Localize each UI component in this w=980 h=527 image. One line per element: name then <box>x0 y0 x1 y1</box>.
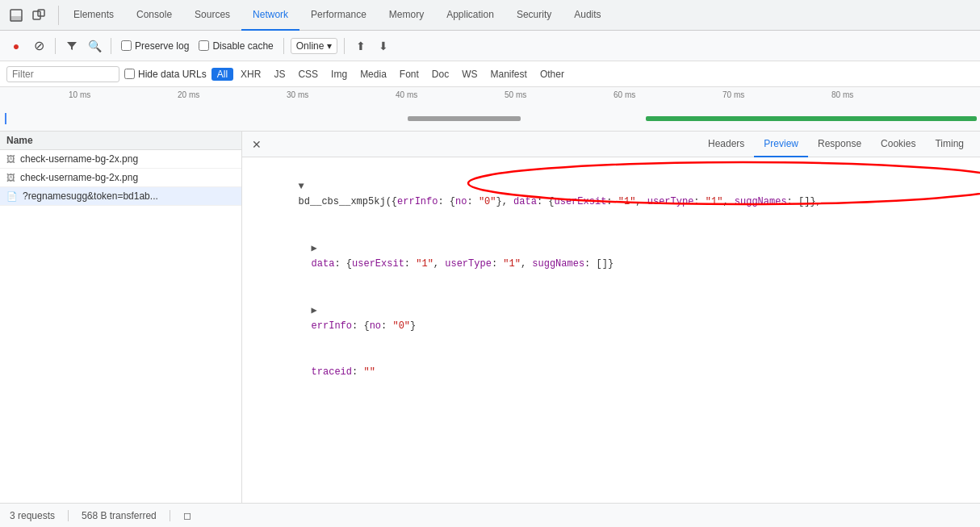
tab-console[interactable]: Console <box>125 0 183 31</box>
export-har-icon[interactable]: ⬇ <box>374 36 393 56</box>
svg-rect-2 <box>33 11 40 19</box>
request-row-3[interactable]: 📄 ?regnamesugg&token=bd1ab... <box>0 187 241 206</box>
left-pane: Name 🖼 check-username-bg-2x.png 🖼 check-… <box>0 132 242 503</box>
timeline-header: 10 ms 20 ms 30 ms 40 ms 50 ms 60 ms 70 m… <box>0 87 980 132</box>
right-pane: ✕ Headers Preview Response Cookies Timin… <box>242 132 980 503</box>
tick-10ms: 10 ms <box>69 90 90 99</box>
detail-tab-headers[interactable]: Headers <box>698 132 754 157</box>
tab-memory[interactable]: Memory <box>378 0 435 31</box>
detail-tab-response[interactable]: Response <box>808 132 871 157</box>
tab-security[interactable]: Security <box>505 0 563 31</box>
filter-input[interactable] <box>12 69 114 80</box>
throttle-label: Online <box>296 40 325 52</box>
preserve-log-label: Preserve log <box>135 40 189 52</box>
transferred-size: 568 B transferred <box>82 510 157 521</box>
disable-cache-label: Disable cache <box>212 40 273 52</box>
tick-30ms: 30 ms <box>287 90 308 99</box>
clear-button[interactable]: ⊘ <box>29 36 48 56</box>
filter-type-all[interactable]: All <box>211 68 233 81</box>
main-area: Name 🖼 check-username-bg-2x.png 🖼 check-… <box>0 132 980 503</box>
network-toolbar: ● ⊘ 🔍 Preserve log Disable cache Online … <box>0 31 980 61</box>
preview-data-line: ▶ data: {userExsit: "1", userType: "1", … <box>252 226 970 288</box>
preserve-log-checkbox[interactable]: Preserve log <box>118 40 192 52</box>
hide-data-urls-label: Hide data URLs <box>138 69 207 80</box>
filter-type-xhr[interactable]: XHR <box>235 68 266 81</box>
status-extra: ◻ <box>183 510 191 521</box>
tab-audits[interactable]: Audits <box>563 0 612 31</box>
expand-arrow-main[interactable]: ▼ <box>299 179 308 194</box>
hide-data-urls-checkbox[interactable]: Hide data URLs <box>124 69 207 80</box>
detail-tab-cookies[interactable]: Cookies <box>871 132 925 157</box>
hide-data-urls-input[interactable] <box>124 69 135 79</box>
tick-80ms: 80 ms <box>831 90 853 99</box>
disable-cache-checkbox[interactable]: Disable cache <box>195 40 276 52</box>
tl-bar-green <box>646 116 977 121</box>
throttle-arrow: ▾ <box>327 40 332 52</box>
tab-elements[interactable]: Elements <box>62 0 125 31</box>
filter-type-doc[interactable]: Doc <box>426 68 454 81</box>
detail-tabs: ✕ Headers Preview Response Cookies Timin… <box>242 132 980 157</box>
expand-arrow-data[interactable]: ▶ <box>312 241 321 257</box>
tab-network[interactable]: Network <box>241 0 299 31</box>
svg-rect-3 <box>38 10 44 16</box>
status-sep-2 <box>170 510 170 521</box>
toolbar-separator-4 <box>344 38 345 54</box>
preview-errinfo-line: ▶ errInfo: {no: "0"} <box>252 288 970 350</box>
preview-content: ▼ bd__cbs__xmp5kj({errInfo: {no: "0"}, d… <box>242 157 980 503</box>
tick-20ms: 20 ms <box>178 90 199 99</box>
file-icon-2: 🖼 <box>6 173 15 182</box>
detail-tab-timing[interactable]: Timing <box>925 132 974 157</box>
filter-types: All XHR JS CSS Img Media Font Doc WS Man… <box>211 68 570 81</box>
tl-bar-gray <box>408 116 521 121</box>
tick-40ms: 40 ms <box>396 90 417 99</box>
disable-cache-input[interactable] <box>199 40 209 51</box>
tick-60ms: 60 ms <box>614 90 635 99</box>
filter-type-manifest[interactable]: Manifest <box>485 68 533 81</box>
status-bar: 3 requests 568 B transferred ◻ <box>0 503 980 527</box>
tab-application[interactable]: Application <box>435 0 505 31</box>
filter-bar: Hide data URLs All XHR JS CSS Img Media … <box>0 61 980 87</box>
toolbar-separator-1 <box>55 38 56 54</box>
import-har-icon[interactable]: ⬆ <box>351 36 371 56</box>
toolbar-separator-2 <box>111 38 111 54</box>
filter-type-other[interactable]: Other <box>534 68 570 81</box>
tab-performance[interactable]: Performance <box>299 0 378 31</box>
filter-icon[interactable] <box>62 36 82 56</box>
request-count: 3 requests <box>10 510 55 521</box>
file-icon-1: 🖼 <box>6 154 15 164</box>
filter-type-ws[interactable]: WS <box>456 68 483 81</box>
tick-50ms: 50 ms <box>505 90 526 99</box>
request-name-2: check-username-bg-2x.png <box>20 172 138 183</box>
tab-sources[interactable]: Sources <box>183 0 241 31</box>
filter-type-font[interactable]: Font <box>394 68 425 81</box>
preserve-log-input[interactable] <box>121 40 132 51</box>
status-sep-1 <box>68 510 69 521</box>
tab-bar-icons <box>6 6 59 25</box>
expand-arrow-errinfo[interactable]: ▶ <box>312 303 321 319</box>
filter-type-js[interactable]: JS <box>268 68 291 81</box>
name-column-header: Name <box>0 132 241 150</box>
filter-type-img[interactable]: Img <box>325 68 353 81</box>
devtools-tab-bar: Elements Console Sources Network Perform… <box>0 0 980 31</box>
close-detail-button[interactable]: ✕ <box>249 132 265 157</box>
request-name-3: ?regnamesugg&token=bd1ab... <box>23 190 158 202</box>
filter-type-css[interactable]: CSS <box>292 68 324 81</box>
dock-icon[interactable] <box>6 6 26 25</box>
file-icon-3: 📄 <box>6 191 18 202</box>
request-row-2[interactable]: 🖼 check-username-bg-2x.png <box>0 169 241 187</box>
preview-traceid-line: traceid: "" <box>252 349 970 396</box>
timeline-ticks: 10 ms 20 ms 30 ms 40 ms 50 ms 60 ms 70 m… <box>0 87 980 103</box>
undock-icon[interactable] <box>29 6 48 25</box>
preview-main-line: ▼ bd__cbs__xmp5kj({errInfo: {no: "0"}, d… <box>252 164 970 226</box>
request-row-1[interactable]: 🖼 check-username-bg-2x.png <box>0 150 241 169</box>
svg-rect-1 <box>10 16 22 21</box>
preview-function-call: bd__cbs__xmp5kj({ <box>299 196 397 207</box>
toolbar-separator-3 <box>283 38 284 54</box>
detail-tab-preview[interactable]: Preview <box>754 132 808 157</box>
throttle-select[interactable]: Online ▾ <box>291 38 338 54</box>
tick-70ms: 70 ms <box>722 90 744 99</box>
search-icon[interactable]: 🔍 <box>85 36 104 56</box>
filter-input-wrap <box>6 66 119 82</box>
filter-type-media[interactable]: Media <box>354 68 392 81</box>
record-button[interactable]: ● <box>6 36 26 56</box>
